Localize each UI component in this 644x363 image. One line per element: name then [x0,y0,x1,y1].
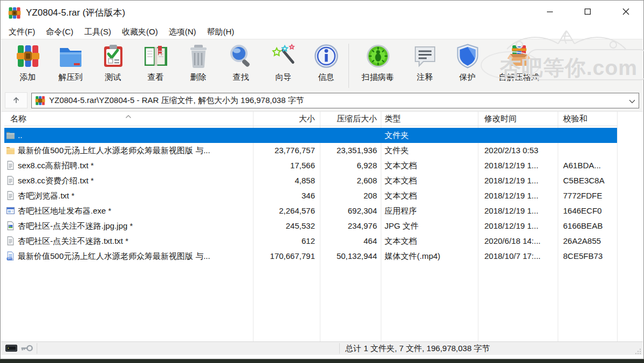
file-size: 17,566 [253,158,320,173]
file-modified-time [478,128,558,143]
column-header-type[interactable]: 类型 [381,112,478,126]
table-row[interactable]: 杏吧社区地址发布器.exe * 2,264,576 692,304 应用程序 2… [4,203,617,218]
table-row[interactable]: sex8.cc高薪招聘.txt * 17,566 6,928 文本文档 2018… [4,158,617,173]
menu-file[interactable]: 文件(F) [3,26,40,38]
title-bar: YZ0804-5.rar (评估版本) [1,1,643,25]
table-row[interactable]: 最新价值500元汤上红人水源老师众筹最新视图版 与... 23,776,757 … [4,143,617,158]
toolbar-test-button[interactable]: 测试 [92,43,134,83]
address-row: YZ0804-5.rar\YZ0804-5 - RAR 压缩文件, 解包大小为 … [1,90,643,112]
table-row[interactable]: sex8.cc资费介绍.txt * 4,858 2,608 文本文档 2018/… [4,173,617,188]
file-modified-time: 2020/2/13 0:53 [478,143,558,158]
menu-favorites[interactable]: 收藏夹(O) [117,26,163,38]
toolbar: 添加解压到测试查看删除查找向导信息扫描病毒注释保护自解压格式 [1,39,643,90]
file-type: 文本文档 [381,234,478,249]
file-type: 文件夹 [381,143,478,158]
menu-commands[interactable]: 命令(C) [40,26,79,38]
file-checksum [558,128,617,143]
column-header-modified[interactable]: 修改时间 [478,112,558,126]
column-header-size[interactable]: 大小 [253,112,320,126]
scan-icon [365,43,392,70]
file-modified-time: 2018/12/19 1... [478,218,558,234]
toolbar-scan-button[interactable]: 扫描病毒 [352,43,403,83]
toolbar-sfx-button[interactable]: 自解压格式 [489,43,549,83]
file-name: .. [18,128,253,143]
up-one-level-button[interactable] [5,92,28,108]
table-row[interactable]: 杏吧社区-点关注不迷路.jpg.jpg * 245,532 234,976 JP… [4,218,617,234]
status-bar: 总计 1 文件夹, 7 文件, 196,978,038 字节 [1,341,643,355]
close-icon [622,8,629,15]
toolbar-add-button[interactable]: 添加 [6,43,49,83]
file-packed-size: 50,132,944 [320,249,381,264]
toolbar-info-label: 信息 [318,72,334,83]
desktop-background-strip [0,359,644,363]
file-type: 文件夹 [381,128,478,143]
file-packed-size: 234,976 [320,218,381,234]
file-size [253,128,320,143]
statusbar-divider [339,343,340,354]
toolbar-find-button[interactable]: 查找 [220,43,262,83]
toolbar-test-label: 测试 [105,72,121,83]
txt-icon [6,176,16,186]
column-header-checksum[interactable]: 校验和 [558,112,617,126]
toolbar-protect-button[interactable]: 保护 [446,43,489,83]
close-button[interactable] [613,2,638,20]
file-checksum: 1646ECF0 [558,203,617,218]
disk-icon[interactable] [5,344,17,354]
minimize-button[interactable] [537,2,562,20]
table-row[interactable]: .. 文件夹 [4,128,617,143]
wizard-icon [270,43,297,70]
toolbar-info-button[interactable]: 信息 [305,43,347,83]
winrar-app-icon [8,6,21,19]
table-row[interactable]: 杏吧社区-点关注不迷路.txt.txt * 612 464 文本文档 2020/… [4,234,617,249]
toolbar-view-label: 查看 [148,72,164,83]
file-type: 文本文档 [381,158,478,173]
file-name: 杏吧社区-点关注不迷路.jpg.jpg * [18,218,253,234]
column-header-packed[interactable]: 压缩后大小 [320,112,381,126]
toolbar-comment-button[interactable]: 注释 [403,43,446,83]
statusbar-divider [37,343,37,354]
view-icon [142,43,169,70]
address-combobox[interactable]: YZ0804-5.rar\YZ0804-5 - RAR 压缩文件, 解包大小为 … [31,93,639,108]
menu-options[interactable]: 选项(N) [163,26,202,38]
toolbar-delete-button[interactable]: 删除 [177,43,220,83]
totals-text: 总计 1 文件夹, 7 文件, 196,978,038 字节 [345,342,490,355]
up-arrow-icon [12,96,20,105]
file-checksum: 8CE5FB73 [558,249,617,264]
toolbar-wizard-label: 向导 [276,72,292,83]
file-size: 23,776,757 [253,143,320,158]
file-name: 杏吧社区地址发布器.exe * [18,203,253,218]
file-name: 最新价值500元汤上红人水源老师众筹最新视图版 与... [18,143,253,158]
toolbar-extract-button[interactable]: 解压到 [49,43,92,83]
folder-up-icon [6,131,16,140]
file-size: 346 [253,188,320,203]
table-row[interactable]: 杏吧浏览器.txt * 346 208 文本文档 2018/12/19 1...… [4,188,617,203]
menu-help[interactable]: 帮助(H) [201,26,239,38]
toolbar-divider [348,44,349,88]
list-header: 名称 大小 压缩后大小 类型 修改时间 校验和 [4,112,617,126]
table-row[interactable]: MP4 最新价值500元汤上红人水源老师众筹最新视图版 与... 170,667… [4,249,617,264]
toolbar-wizard-button[interactable]: 向导 [262,43,305,83]
chevron-down-icon[interactable] [629,96,635,106]
toolbar-view-button[interactable]: 查看 [134,43,177,83]
toolbar-sfx-label: 自解压格式 [499,72,539,83]
svg-text:MP4: MP4 [8,258,11,260]
mp4-icon: MP4 [6,251,16,261]
sfx-icon [505,43,532,70]
toolbar-protect-label: 保护 [460,72,476,83]
file-type: 媒体文件(.mp4) [381,249,478,264]
file-list-panel: 名称 大小 压缩后大小 类型 修改时间 校验和 .. 文件夹 最新价值500元汤… [4,112,640,345]
key-icon[interactable] [20,344,33,354]
file-size: 170,667,791 [253,249,320,264]
menu-tools[interactable]: 工具(S) [79,26,117,38]
file-size: 612 [253,234,320,249]
file-checksum [558,143,617,158]
file-checksum: 26A2A855 [558,234,617,249]
add-icon [15,43,42,70]
resize-grip-icon[interactable] [635,347,641,353]
file-list: .. 文件夹 最新价值500元汤上红人水源老师众筹最新视图版 与... 23,7… [4,126,640,345]
maximize-button[interactable] [575,2,600,20]
file-modified-time: 2018/12/19 1... [478,203,558,218]
file-packed-size: 23,351,936 [320,143,381,158]
file-modified-time: 2018/12/19 1... [478,173,558,188]
file-modified-time: 2018/10/7 17:... [478,249,558,264]
